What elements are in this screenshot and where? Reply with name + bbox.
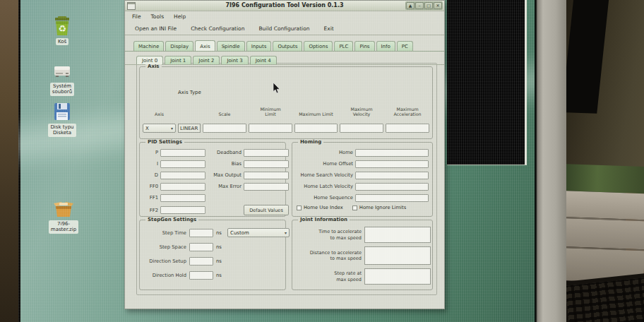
home-label: Home xyxy=(294,150,353,155)
home-ignore-limits-checkbox[interactable]: Home Ignore Limits xyxy=(352,205,406,210)
tab-inputs[interactable]: Inputs xyxy=(246,41,272,51)
open-ini-button[interactable]: Open an INI File xyxy=(129,23,182,34)
menu-file[interactable]: File xyxy=(128,13,145,20)
axis-type-label: Axis Type xyxy=(178,90,201,95)
step-time-input[interactable] xyxy=(189,229,213,237)
stepgen-group-title: StepGen Settings xyxy=(145,217,198,222)
axis-group-title: Axis xyxy=(145,64,162,69)
i-label: I xyxy=(143,161,158,167)
direction-setup-input[interactable] xyxy=(189,257,213,266)
deadband-label: Deadband xyxy=(208,150,242,155)
home-offset-input[interactable] xyxy=(355,160,429,168)
tab-plc[interactable]: PLC xyxy=(334,41,353,51)
home-input[interactable] xyxy=(355,149,429,157)
maximize-button[interactable]: □ xyxy=(424,2,433,9)
window-buttons: ▲ – □ ✕ xyxy=(405,1,443,10)
tab-joint-2[interactable]: Joint 2 xyxy=(193,56,220,64)
joint-tabs: Joint 0 Joint 1 Joint 2 Joint 3 Joint 4 xyxy=(136,54,444,64)
maximum-acceleration-input[interactable] xyxy=(386,124,429,133)
max-output-input[interactable] xyxy=(244,172,289,179)
direction-hold-input[interactable] xyxy=(189,271,213,280)
i-input[interactable] xyxy=(160,160,205,168)
maximum-limit-input[interactable] xyxy=(294,124,338,133)
shade-button[interactable]: ▲ xyxy=(406,2,415,9)
axis-type-value: LINEAR xyxy=(178,124,201,133)
tab-pc[interactable]: PC xyxy=(397,41,413,51)
tab-axis[interactable]: Axis xyxy=(195,40,215,51)
home-offset-label: Home Offset xyxy=(294,161,353,167)
ff0-input[interactable] xyxy=(160,183,205,191)
home-use-index-checkbox[interactable]: Home Use Index xyxy=(297,205,343,210)
tab-machine[interactable]: Machine xyxy=(133,41,164,51)
stepgen-preset-select[interactable]: Custom ▾ xyxy=(227,228,290,237)
home-ignore-limits-label: Home Ignore Limits xyxy=(359,205,406,210)
tab-options[interactable]: Options xyxy=(304,41,333,51)
d-input[interactable] xyxy=(160,172,205,179)
tab-outputs[interactable]: Outputs xyxy=(273,41,302,51)
close-button[interactable]: ✕ xyxy=(434,2,442,9)
joint-info-row-step-rate: Step rate at max speed xyxy=(294,268,432,285)
tab-pins[interactable]: Pins xyxy=(354,41,374,51)
tab-joint-1[interactable]: Joint 1 xyxy=(165,56,191,64)
stepgen-preset-value: Custom xyxy=(230,230,249,236)
white-box xyxy=(566,218,644,251)
menu-help[interactable]: Help xyxy=(169,13,190,20)
bias-input[interactable] xyxy=(244,160,289,168)
homing-row-latch-velocity: Home Latch Velocity xyxy=(294,182,432,191)
deadband-input[interactable] xyxy=(244,149,289,157)
minimize-button[interactable]: – xyxy=(415,2,424,9)
exit-button[interactable]: Exit xyxy=(318,23,340,34)
step-rate-label: Step rate at max speed xyxy=(294,270,362,282)
white-box xyxy=(566,191,644,221)
tab-display[interactable]: Display xyxy=(165,41,193,51)
desktop-icon-label: 7i96- master.zip xyxy=(49,220,78,234)
max-output-label: Max Output xyxy=(208,172,242,178)
desktop-icon-trash[interactable]: ♻ Koš xyxy=(40,16,85,45)
tab-divider xyxy=(125,51,444,52)
time-to-accelerate-label: Time to accelerate to max speed xyxy=(294,229,362,240)
p-input[interactable] xyxy=(160,149,205,157)
menu-tools[interactable]: Tools xyxy=(147,13,168,20)
archive-icon xyxy=(53,198,74,219)
desktop-icon-floppy[interactable]: Disk typu Disketa xyxy=(40,101,85,137)
pid-row-p: P Deadband xyxy=(143,148,285,157)
main-tabs: Machine Display Axis Spindle Inputs Outp… xyxy=(133,39,444,51)
axis-select-value: X xyxy=(145,126,149,131)
axis-select[interactable]: X ▾ xyxy=(143,124,176,133)
bias-label: Bias xyxy=(208,161,242,167)
pid-rows: P Deadband I Bias D Max Output xyxy=(140,143,285,213)
maximum-velocity-input[interactable] xyxy=(340,124,383,133)
desktop-icon-archive[interactable]: 7i96- master.zip xyxy=(41,198,86,234)
black-terminal-window[interactable] xyxy=(447,0,527,165)
monitor-screen: ♻ Koš Systém souborů xyxy=(18,0,535,322)
home-latch-velocity-input[interactable] xyxy=(355,183,429,191)
scale-input[interactable] xyxy=(203,124,246,133)
minimum-limit-input[interactable] xyxy=(249,124,292,133)
tab-spindle[interactable]: Spindle xyxy=(217,41,245,51)
desktop-icon-filesystem[interactable]: Systém souborů xyxy=(40,60,85,96)
home-search-velocity-input[interactable] xyxy=(355,172,429,179)
ff2-label: FF2 xyxy=(143,208,158,213)
pid-row-i: I Bias xyxy=(143,160,285,168)
tab-joint-0[interactable]: Joint 0 xyxy=(136,56,163,64)
stepgen-row-direction-hold: Direction Hold ns xyxy=(141,270,285,280)
chevron-down-icon: ▾ xyxy=(285,230,287,235)
default-values-button[interactable]: Default Values xyxy=(244,205,289,215)
home-sequence-input[interactable] xyxy=(355,194,429,202)
ff2-input[interactable] xyxy=(160,206,205,214)
tab-info[interactable]: Info xyxy=(376,41,395,51)
titlebar[interactable]: 7I96 Configuration Tool Version 0.1.3 ▲ … xyxy=(125,1,444,11)
harddrive-icon xyxy=(52,60,73,81)
ff1-input[interactable] xyxy=(160,194,205,202)
check-configuration-button[interactable]: Check Configuration xyxy=(185,23,250,34)
max-error-input[interactable] xyxy=(244,183,289,191)
photo-of-monitor: ♻ Koš Systém souborů xyxy=(0,0,644,322)
p-label: P xyxy=(143,150,158,155)
tab-joint-4[interactable]: Joint 4 xyxy=(250,56,277,64)
stepgen-settings-group: StepGen Settings Step Time ns Custom ▾ S… xyxy=(139,220,286,290)
build-configuration-button[interactable]: Build Configuration xyxy=(253,23,315,34)
step-space-input[interactable] xyxy=(189,243,213,251)
tab-joint-3[interactable]: Joint 3 xyxy=(221,56,248,64)
homing-row-home: Home xyxy=(294,148,432,157)
joint-info-row-distance: Distance to accelerate to max speed xyxy=(294,246,432,265)
